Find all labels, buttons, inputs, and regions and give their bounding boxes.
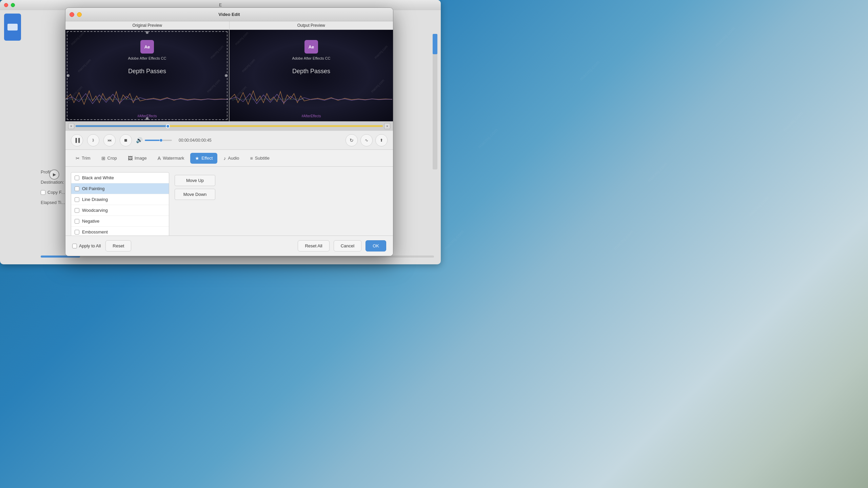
original-preview-panel: Ae Adobe After Effects CC Depth Passes #… (65, 30, 229, 121)
copy-files-row: Copy F... (41, 190, 65, 195)
scrollbar[interactable] (433, 34, 437, 169)
apply-to-all-checkbox[interactable] (72, 244, 77, 248)
bg-maximize-btn[interactable] (11, 3, 15, 7)
ok-button[interactable]: OK (366, 240, 386, 251)
dialog-title: Video Edit (218, 12, 240, 17)
tab-crop[interactable]: ⊞ Crop (97, 153, 122, 164)
bg-close-btn[interactable] (4, 3, 8, 7)
bg-app-title: E (219, 3, 222, 7)
audio-icon: ♪ (223, 156, 226, 161)
redo-button[interactable]: ↻ (346, 134, 358, 146)
depth-passes-original: Depth Passes (128, 67, 166, 75)
subtitle-icon: ≡ (250, 156, 253, 161)
volume-slider[interactable] (145, 140, 172, 141)
tab-audio-label: Audio (228, 156, 239, 161)
effect-icon: ★ (195, 156, 199, 161)
timeline-close-right[interactable]: × (384, 123, 390, 129)
step-forward-button[interactable]: ⟫ (87, 134, 99, 146)
preview-area: Ae Adobe After Effects CC Depth Passes #… (65, 30, 393, 121)
tab-image[interactable]: 🖼 Image (123, 153, 152, 164)
crop-icon: ⊞ (101, 156, 105, 161)
timeline-close-left[interactable]: × (68, 123, 74, 129)
effect-label-bw: Black and White (82, 175, 114, 180)
apply-to-all-section: Apply to All Reset (72, 240, 131, 251)
audio-waveform-button[interactable]: ∿ (360, 134, 373, 146)
sidebar-panel (4, 14, 21, 41)
right-controls: ↻ ∿ ⬆ (346, 134, 388, 146)
pause-button[interactable]: ▐▐ (71, 134, 83, 146)
trim-icon: ✂ (76, 156, 80, 161)
after-effects-tag-original: #AfterEffects (137, 114, 157, 118)
scrollbar-thumb[interactable] (433, 34, 437, 54)
sidebar-icon (7, 24, 18, 30)
output-preview-label: Output Preview (230, 21, 393, 29)
ae-logo-output: Ae (304, 40, 318, 54)
reset-all-button[interactable]: Reset All (298, 240, 329, 251)
effect-checkbox-neg[interactable] (75, 219, 79, 224)
effects-list: Black and White Oil Painting Line Drawin… (71, 172, 169, 238)
tabs-area: ✂ Trim ⊞ Crop 🖼 Image A Watermark ★ Effe… (65, 150, 393, 167)
effect-label-line: Line Drawing (82, 197, 108, 202)
bg-play-btn[interactable]: ▶ (49, 169, 59, 180)
stop-button[interactable]: ⏹ (120, 134, 132, 146)
timeline-area[interactable]: × × (65, 121, 393, 131)
reset-button[interactable]: Reset (105, 240, 131, 251)
copy-checkbox[interactable] (41, 190, 45, 195)
title-bar-buttons (70, 12, 82, 17)
effect-checkbox-oil[interactable] (75, 186, 79, 191)
close-button[interactable] (70, 12, 74, 17)
move-up-button[interactable]: Move Up (175, 175, 215, 186)
apply-to-all-label: Apply to All (79, 243, 101, 248)
video-edit-dialog: Video Edit Original Preview Output Previ… (65, 7, 393, 256)
tab-watermark[interactable]: A Watermark (153, 153, 189, 164)
volume-handle[interactable] (159, 139, 163, 142)
move-down-button[interactable]: Move Down (175, 189, 215, 200)
effect-label-neg: Negative (82, 219, 99, 224)
minimize-button[interactable] (77, 12, 82, 17)
crop-handle-left[interactable] (67, 74, 70, 77)
tab-effect[interactable]: ★ Effect (190, 153, 217, 164)
volume-fill (145, 140, 161, 141)
timeline-track (76, 125, 383, 127)
bottom-area: Apply to All Reset Reset All Cancel OK (65, 236, 393, 256)
effect-item-wood[interactable]: Woodcarving (71, 205, 169, 216)
effect-label-wood: Woodcarving (82, 208, 108, 213)
crop-handle-top[interactable] (146, 31, 149, 34)
effect-checkbox-wood[interactable] (75, 208, 79, 213)
effect-label-oil: Oil Painting (82, 186, 104, 191)
tab-crop-label: Crop (107, 156, 117, 161)
time-display: 00:00:04/00:00:45 (179, 138, 212, 143)
timeline-scrubber[interactable] (166, 124, 170, 128)
depth-passes-output: Depth Passes (292, 67, 330, 75)
original-preview-label: Original Preview (65, 21, 230, 29)
prev-frame-button[interactable]: ⏮ (103, 134, 116, 146)
image-icon: 🖼 (128, 156, 133, 161)
effect-item-line[interactable]: Line Drawing (71, 194, 169, 205)
effect-label-emb: Embossment (82, 229, 108, 235)
tab-trim-label: Trim (82, 156, 91, 161)
effect-checkbox-line[interactable] (75, 197, 79, 202)
effect-checkbox-bw[interactable] (75, 176, 79, 180)
effect-checkbox-emb[interactable] (75, 230, 79, 235)
video-title-original: Adobe After Effects CC (128, 56, 166, 60)
tab-trim[interactable]: ✂ Trim (71, 153, 95, 164)
volume-control: 🔊 (136, 137, 172, 143)
ae-logo-original: Ae (140, 40, 154, 54)
preview-labels: Original Preview Output Preview (65, 21, 393, 30)
waveform-output (230, 84, 392, 115)
tab-effect-label: Effect (201, 156, 213, 161)
export-button[interactable]: ⬆ (375, 134, 388, 146)
move-buttons-area: Move Up Move Down (175, 172, 215, 200)
tab-subtitle-label: Subtitle (255, 156, 270, 161)
tab-watermark-label: Watermark (163, 156, 184, 161)
effect-item-bw[interactable]: Black and White (71, 172, 169, 183)
tab-audio[interactable]: ♪ Audio (219, 153, 244, 164)
crop-handle-right[interactable] (225, 74, 228, 77)
cancel-button[interactable]: Cancel (334, 240, 361, 251)
effect-item-oil[interactable]: Oil Painting (71, 183, 169, 194)
tab-subtitle[interactable]: ≡ Subtitle (245, 153, 275, 164)
title-bar: Video Edit (65, 8, 393, 21)
destination-label: Destination: (41, 180, 64, 185)
effect-item-neg[interactable]: Negative (71, 216, 169, 227)
volume-icon: 🔊 (136, 137, 143, 143)
